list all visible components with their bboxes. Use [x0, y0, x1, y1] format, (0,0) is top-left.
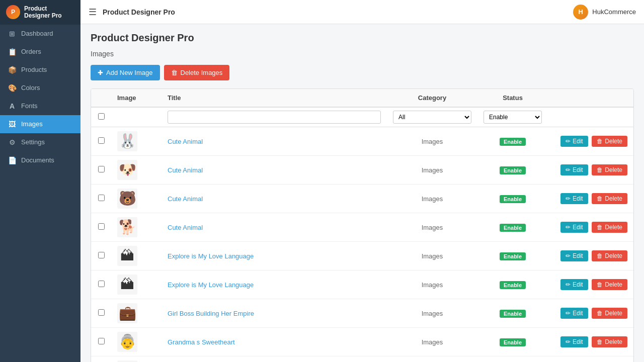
add-button-label: Add New Image: [106, 69, 153, 76]
delete-row-button[interactable]: 🗑 Delete: [592, 193, 627, 204]
delete-row-button[interactable]: 🗑 Delete: [592, 336, 627, 347]
colors-icon: 🎨: [8, 84, 16, 92]
topbar-left: ☰ Product Designer Pro: [89, 7, 175, 18]
delete-row-button[interactable]: 🗑 Delete: [592, 222, 627, 233]
category-filter-select[interactable]: All: [393, 111, 471, 124]
edit-icon: ✏: [566, 252, 571, 259]
row-check-cell: [91, 156, 111, 185]
edit-button[interactable]: ✏ Edit: [560, 193, 588, 204]
delete-row-button[interactable]: 🗑 Delete: [592, 308, 627, 319]
edit-button[interactable]: ✏ Edit: [560, 164, 588, 175]
fonts-icon: A: [8, 102, 16, 110]
row-title-cell: Cute Animal: [162, 185, 387, 213]
sidebar-item-dashboard[interactable]: ⊞ Dashboard: [0, 25, 80, 43]
row-thumbnail: 🐶: [117, 160, 137, 180]
row-check-cell: [91, 299, 111, 328]
edit-icon: ✏: [566, 195, 571, 202]
title-filter-input[interactable]: [168, 111, 381, 124]
user-avatar: H: [573, 5, 588, 20]
trash-icon: 🗑: [171, 69, 178, 76]
delete-row-button[interactable]: 🗑 Delete: [592, 136, 627, 147]
documents-icon: 📄: [8, 156, 16, 164]
row-actions-cell: ✏ Edit 🗑 Delete: [548, 299, 633, 328]
edit-button[interactable]: ✏ Edit: [560, 336, 588, 347]
status-filter-select[interactable]: Enable: [484, 111, 542, 124]
delete-row-button[interactable]: 🗑 Delete: [592, 164, 627, 175]
row-image-cell: 🏔: [111, 270, 162, 299]
edit-button[interactable]: ✏ Edit: [560, 308, 588, 319]
edit-button[interactable]: ✏ Edit: [560, 279, 588, 290]
delete-button-label: Delete Images: [181, 69, 223, 76]
row-checkbox[interactable]: [98, 195, 105, 201]
sidebar-logo: P: [6, 5, 20, 19]
edit-button[interactable]: ✏ Edit: [560, 136, 588, 147]
table-row: 🐶 Cute Animal Images Enable ✏ Edit 🗑 Del…: [91, 156, 633, 185]
sidebar-label-documents: Documents: [21, 156, 54, 164]
select-all-checkbox[interactable]: [98, 113, 105, 120]
sidebar-item-products[interactable]: 📦 Products: [0, 61, 80, 79]
logo-icon: P: [11, 9, 15, 16]
th-check: [91, 89, 111, 107]
row-checkbox[interactable]: [98, 252, 105, 258]
row-checkbox[interactable]: [98, 281, 105, 287]
add-new-image-button[interactable]: ✚ Add New Image: [91, 65, 160, 80]
row-status-cell: Enable: [477, 213, 548, 242]
row-thumbnail: 🏔: [117, 246, 137, 266]
row-thumbnail: 💼: [117, 303, 137, 323]
row-check-cell: [91, 127, 111, 156]
row-checkbox[interactable]: [98, 166, 105, 172]
row-category-cell: Images: [387, 270, 477, 299]
filter-status-cell: Enable: [477, 107, 548, 127]
trash-row-icon: 🗑: [597, 338, 603, 345]
main-area: ☰ Product Designer Pro H HukCommerce Pro…: [80, 0, 644, 362]
row-image-cell: 💼: [111, 299, 162, 328]
sidebar-item-documents[interactable]: 📄 Documents: [0, 151, 80, 169]
row-checkbox[interactable]: [98, 309, 105, 316]
row-thumbnail: 🏔: [117, 275, 137, 295]
row-thumbnail: 🐰: [117, 131, 137, 151]
row-title-cell: Cute Animal: [162, 213, 387, 242]
edit-icon: ✏: [566, 224, 571, 231]
trash-row-icon: 🗑: [597, 310, 603, 317]
status-badge: Enable: [500, 338, 526, 346]
row-title-cell: Explore is My Love Language: [162, 242, 387, 270]
trash-row-icon: 🗑: [597, 195, 603, 202]
row-title-cell: Cute Animal: [162, 156, 387, 185]
row-checkbox[interactable]: [98, 137, 105, 144]
th-actions: [548, 89, 633, 107]
sidebar-item-settings[interactable]: ⚙ Settings: [0, 133, 80, 151]
trash-row-icon: 🗑: [597, 166, 603, 173]
table-row: 🏔 Explore is My Love Language Images Ena…: [91, 242, 633, 270]
delete-row-button[interactable]: 🗑 Delete: [592, 250, 627, 261]
delete-images-button[interactable]: 🗑 Delete Images: [164, 65, 230, 80]
row-checkbox[interactable]: [98, 338, 105, 344]
sidebar-item-fonts[interactable]: A Fonts: [0, 97, 80, 115]
products-icon: 📦: [8, 66, 16, 74]
status-badge: Enable: [500, 138, 526, 146]
menu-toggle-icon[interactable]: ☰: [89, 7, 97, 18]
topbar-title: Product Designer Pro: [103, 8, 175, 16]
settings-icon: ⚙: [8, 138, 16, 146]
row-check-cell: [91, 328, 111, 356]
page-title: Product Designer Pro: [91, 32, 634, 44]
orders-icon: 📋: [8, 48, 16, 56]
status-badge: Enable: [500, 252, 526, 260]
edit-icon: ✏: [566, 338, 571, 345]
table-row: 💼 Girl Boss Building Her Empire Images E…: [91, 299, 633, 328]
delete-row-button[interactable]: 🗑 Delete: [592, 279, 627, 290]
section-label: Images: [91, 50, 634, 58]
edit-button[interactable]: ✏ Edit: [560, 250, 588, 261]
row-checkbox[interactable]: [98, 223, 105, 230]
sidebar-item-colors[interactable]: 🎨 Colors: [0, 79, 80, 97]
row-category-cell: Images: [387, 185, 477, 213]
row-title-cell: Grandma s Sweetheart: [162, 328, 387, 356]
sidebar-item-images[interactable]: 🖼 Images: [0, 115, 80, 133]
row-status-cell: Enable: [477, 127, 548, 156]
sidebar-item-orders[interactable]: 📋 Orders: [0, 43, 80, 61]
edit-button[interactable]: ✏ Edit: [560, 222, 588, 233]
edit-icon: ✏: [566, 310, 571, 317]
row-status-cell: Enable: [477, 242, 548, 270]
row-title-cell: Explore is My Love Language: [162, 270, 387, 299]
user-name: HukCommerce: [592, 8, 636, 16]
trash-row-icon: 🗑: [597, 281, 603, 288]
